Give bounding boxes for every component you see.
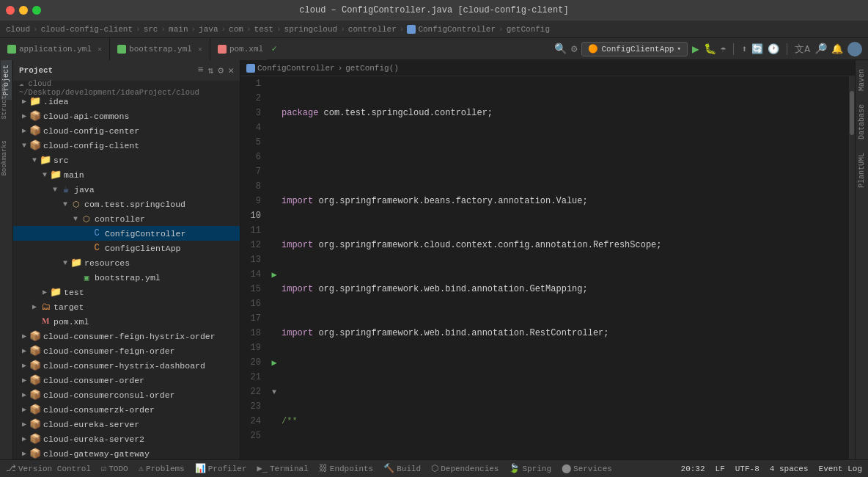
- coverage-button[interactable]: ☂: [721, 43, 727, 55]
- profiler-button[interactable]: 📊 Profiler: [195, 463, 247, 474]
- dependencies-button[interactable]: ⬡ Dependencies: [431, 463, 499, 474]
- titlebar: cloud – ConfigController.java [cloud-con…: [0, 0, 868, 21]
- tree-item-configcontroller[interactable]: ▶ C ConfigController: [13, 226, 240, 241]
- app-window: cloud – ConfigController.java [cloud-con…: [0, 0, 868, 477]
- tree-item-pom-client[interactable]: ▶ 𝐌 pom.xml: [13, 314, 240, 329]
- tree-item-config-center[interactable]: ▶ 📦 cloud-config-center: [13, 123, 240, 138]
- line-numbers-gutter: 1 2 3 4 5 6 7 8 9 10 11 12 13 14 ▶ 15: [240, 76, 282, 459]
- tree-item-api-commons[interactable]: ▶ 📦 cloud-api-commons: [13, 109, 240, 123]
- tab-application-yml[interactable]: application.yml ✕: [0, 38, 110, 60]
- tree-item-target[interactable]: ▶ 🗂 target: [13, 299, 240, 314]
- tree-item-config-client[interactable]: ▼ 📦 cloud-config-client: [13, 138, 240, 153]
- debug-button[interactable]: 🐛: [704, 43, 716, 55]
- tree-item-controller-pkg[interactable]: ▼ ⬡ controller: [13, 211, 240, 226]
- run-config-selector[interactable]: 🟠 ConfigClientApp ▾: [581, 42, 687, 57]
- tree-item-consumer-order[interactable]: ▶ 📦 cloud-consumer-order: [13, 373, 240, 387]
- tree-item-test[interactable]: ▶ 📁 test: [13, 285, 240, 299]
- run-gutter-icon-2[interactable]: ▶: [271, 357, 276, 368]
- collapse-icon[interactable]: ▼: [272, 388, 276, 396]
- tab-pom-xml[interactable]: pom.xml (cloud-config-client) ✕: [210, 38, 267, 60]
- tree-item-configclientapp[interactable]: ▶ C ConfigClientApp: [13, 241, 240, 255]
- find-icon[interactable]: 🔎: [814, 43, 827, 55]
- git-icon: ⎇: [6, 463, 16, 474]
- bookmarks-tab[interactable]: Bookmarks: [0, 137, 9, 179]
- scrollbar[interactable]: [849, 76, 855, 459]
- database-panel-tab[interactable]: Database: [856, 98, 867, 145]
- run-config-area: 🔍 ⚙ 🟠 ConfigClientApp ▾ ▶ 🐛 ☂ ⬆ 🔄 🕐 文A 🔎…: [548, 38, 868, 59]
- left-strips: Structure Bookmarks: [0, 81, 9, 178]
- time-display: 20:32: [681, 465, 705, 473]
- update-icon[interactable]: 🔄: [751, 43, 763, 55]
- maximize-button[interactable]: [32, 6, 41, 15]
- tree-item-bootstrap-yml[interactable]: ▶ ▣ bootstrap.yml: [13, 270, 240, 285]
- project-root-path: ☁ cloud ~/Desktop/development/ideaProjec…: [13, 81, 240, 94]
- translate-icon[interactable]: 文A: [795, 43, 810, 56]
- code-line-8: /**: [282, 414, 849, 429]
- bc-method[interactable]: getConfig(): [345, 64, 399, 73]
- tree-item-feign-order[interactable]: ▶ 📦 cloud-consumer-feign-order: [13, 343, 240, 358]
- chevron-down-icon: ▾: [677, 45, 680, 53]
- encoding[interactable]: UTF-8: [735, 465, 760, 473]
- settings-icon[interactable]: ⚙: [218, 65, 224, 76]
- minimize-button[interactable]: [19, 6, 28, 15]
- tree-item-feign-hystrix[interactable]: ▶ 📦 cloud-consumer-feign-hystrix-order: [13, 329, 240, 343]
- tree-item-eureka-server2[interactable]: ▶ 📦 cloud-eureka-server2: [13, 432, 240, 446]
- problems-button[interactable]: ⚠ Problems: [139, 463, 185, 474]
- tree-item-package[interactable]: ▼ ⬡ com.test.springcloud: [13, 197, 240, 211]
- tree-item-consumerzk[interactable]: ▶ 📦 cloud-consumerzk-order: [13, 402, 240, 417]
- tree-item-main[interactable]: ▼ 📁 main: [13, 167, 240, 182]
- bc-module[interactable]: cloud-config-client: [41, 25, 133, 34]
- terminal-icon: ▶_: [257, 463, 268, 474]
- history-icon[interactable]: 🕐: [768, 43, 779, 55]
- bc-cloud[interactable]: cloud: [6, 25, 30, 34]
- tree-item-resources[interactable]: ▼ 📁 resources: [13, 255, 240, 270]
- collapse-all-icon[interactable]: ≡: [198, 65, 204, 76]
- code-lines[interactable]: package com.test.springcloud.controller;…: [282, 76, 849, 459]
- sidebar-controls: ≡ ⇅ ⚙ ✕: [198, 65, 234, 76]
- yml-icon: [117, 45, 126, 54]
- code-line-2: [282, 150, 849, 164]
- notification-icon[interactable]: 🔔: [831, 43, 843, 55]
- tree-item-java[interactable]: ▼ ☕ java: [13, 182, 240, 197]
- window-title: cloud – ConfigController.java [cloud-con…: [299, 5, 568, 15]
- project-sidebar: Project ≡ ⇅ ⚙ ✕ ☁ cloud ~/Desktop/develo…: [13, 60, 240, 459]
- saved-icon: ✓: [271, 43, 276, 54]
- endpoints-button[interactable]: ⛓ Endpoints: [319, 463, 373, 474]
- sort-icon[interactable]: ⇅: [208, 65, 214, 76]
- close-button[interactable]: [6, 6, 15, 15]
- tree-item-consumerconsul[interactable]: ▶ 📦 cloud-consumerconsul-order: [13, 387, 240, 402]
- tree-item-eureka-server[interactable]: ▶ 📦 cloud-eureka-server: [13, 417, 240, 432]
- close-sidebar-icon[interactable]: ✕: [228, 65, 234, 76]
- services-button[interactable]: ⬤ Services: [562, 463, 612, 474]
- plantuml-panel-tab[interactable]: PlantUML: [856, 147, 867, 194]
- breadcrumb: cloud › cloud-config-client › src › main…: [0, 21, 868, 38]
- maven-panel-tab[interactable]: Maven: [856, 63, 867, 97]
- close-tab-icon[interactable]: ✕: [198, 45, 202, 54]
- close-tab-icon[interactable]: ✕: [98, 45, 102, 54]
- tree-item-src[interactable]: ▼ 📁 src: [13, 153, 240, 167]
- terminal-button[interactable]: ▶_ Terminal: [257, 463, 309, 474]
- tree-item-gateway[interactable]: ▶ 📦 cloud-gateway-gateway: [13, 446, 240, 459]
- avatar[interactable]: [847, 42, 862, 57]
- spring-icon: 🍃: [509, 463, 520, 474]
- yml-icon: [7, 45, 16, 54]
- tree-item-hystrix-dashboard[interactable]: ▶ 📦 cloud-consumer-hystrix-dashboard: [13, 358, 240, 373]
- code-editor[interactable]: 1 2 3 4 5 6 7 8 9 10 11 12 13 14 ▶ 15: [240, 76, 855, 459]
- problems-icon: ⚠: [139, 463, 144, 474]
- line-ending[interactable]: LF: [716, 465, 725, 473]
- event-log-button[interactable]: Event Log: [819, 465, 862, 473]
- version-control-button[interactable]: ⎇ Version Control: [6, 463, 91, 474]
- spring-button[interactable]: 🍃 Spring: [509, 463, 551, 474]
- run-gutter-icon[interactable]: ▶: [271, 269, 276, 280]
- run-button[interactable]: ▶: [692, 42, 699, 57]
- indent[interactable]: 4 spaces: [770, 465, 809, 473]
- search-icon[interactable]: 🔍: [554, 43, 567, 55]
- tab-bootstrap-yml[interactable]: bootstrap.yml ✕: [110, 38, 210, 60]
- build-button[interactable]: 🔨 Build: [383, 463, 421, 474]
- structure-tab[interactable]: Structure: [0, 81, 9, 123]
- todo-button[interactable]: ☑ TODO: [101, 463, 128, 474]
- code-line-7: [282, 370, 849, 385]
- bc-class[interactable]: ConfigController: [246, 64, 335, 73]
- commit-icon[interactable]: ⬆: [741, 43, 747, 55]
- settings-icon[interactable]: ⚙: [571, 43, 577, 55]
